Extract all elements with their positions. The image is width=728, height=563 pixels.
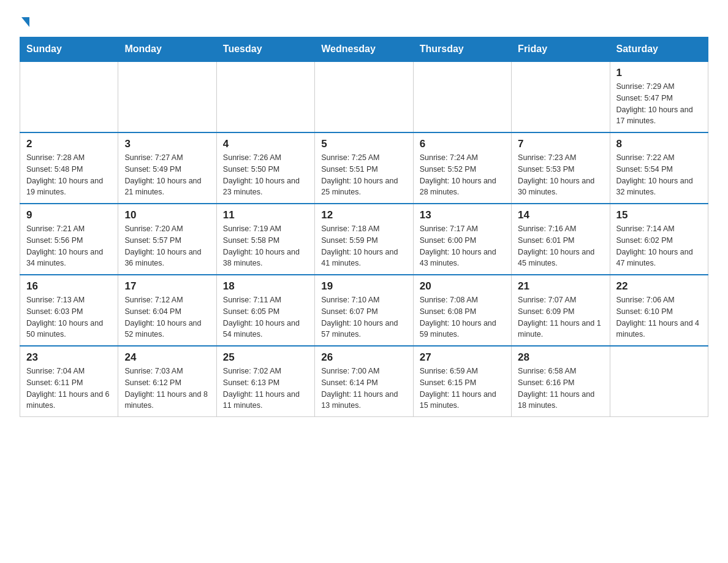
day-cell: 25Sunrise: 7:02 AMSunset: 6:13 PMDayligh… <box>216 346 314 417</box>
day-cell: 1Sunrise: 7:29 AMSunset: 5:47 PMDaylight… <box>610 61 708 132</box>
day-number: 13 <box>420 209 505 221</box>
day-cell: 7Sunrise: 7:23 AMSunset: 5:53 PMDaylight… <box>512 132 610 204</box>
day-info: Sunrise: 7:17 AMSunset: 6:00 PMDaylight:… <box>420 223 505 269</box>
day-cell: 15Sunrise: 7:14 AMSunset: 6:02 PMDayligh… <box>610 204 708 275</box>
day-cell: 8Sunrise: 7:22 AMSunset: 5:54 PMDaylight… <box>610 132 708 204</box>
day-number: 7 <box>518 138 603 150</box>
day-cell: 18Sunrise: 7:11 AMSunset: 6:05 PMDayligh… <box>216 275 314 346</box>
day-cell: 19Sunrise: 7:10 AMSunset: 6:07 PMDayligh… <box>315 275 413 346</box>
day-cell <box>315 61 413 132</box>
day-info: Sunrise: 7:08 AMSunset: 6:08 PMDaylight:… <box>420 294 505 340</box>
day-cell: 5Sunrise: 7:25 AMSunset: 5:51 PMDaylight… <box>315 132 413 204</box>
day-number: 15 <box>616 209 702 221</box>
day-info: Sunrise: 7:11 AMSunset: 6:05 PMDaylight:… <box>223 294 308 340</box>
day-info: Sunrise: 7:23 AMSunset: 5:53 PMDaylight:… <box>518 152 603 198</box>
day-cell: 12Sunrise: 7:18 AMSunset: 5:59 PMDayligh… <box>315 204 413 275</box>
day-number: 4 <box>223 138 308 150</box>
day-info: Sunrise: 7:07 AMSunset: 6:09 PMDaylight:… <box>518 294 603 340</box>
day-number: 9 <box>26 209 112 221</box>
day-number: 3 <box>124 138 210 150</box>
day-info: Sunrise: 7:10 AMSunset: 6:07 PMDaylight:… <box>321 294 406 340</box>
day-cell: 11Sunrise: 7:19 AMSunset: 5:58 PMDayligh… <box>216 204 314 275</box>
week-row-4: 16Sunrise: 7:13 AMSunset: 6:03 PMDayligh… <box>20 275 708 346</box>
calendar-header: SundayMondayTuesdayWednesdayThursdayFrid… <box>20 37 708 62</box>
weekday-header-saturday: Saturday <box>610 37 708 62</box>
day-info: Sunrise: 7:22 AMSunset: 5:54 PMDaylight:… <box>616 152 702 198</box>
day-number: 5 <box>321 138 406 150</box>
weekday-header-row: SundayMondayTuesdayWednesdayThursdayFrid… <box>20 37 708 62</box>
day-info: Sunrise: 7:00 AMSunset: 6:14 PMDaylight:… <box>321 366 406 412</box>
day-number: 10 <box>124 209 210 221</box>
weekday-header-monday: Monday <box>118 37 216 62</box>
day-number: 26 <box>321 351 406 364</box>
day-number: 18 <box>223 280 308 293</box>
day-number: 8 <box>616 138 702 150</box>
day-cell: 2Sunrise: 7:28 AMSunset: 5:48 PMDaylight… <box>20 132 118 204</box>
day-number: 22 <box>616 280 702 293</box>
calendar-table: SundayMondayTuesdayWednesdayThursdayFrid… <box>20 37 708 417</box>
day-info: Sunrise: 7:20 AMSunset: 5:57 PMDaylight:… <box>124 223 210 269</box>
week-row-1: 1Sunrise: 7:29 AMSunset: 5:47 PMDaylight… <box>20 61 708 132</box>
day-info: Sunrise: 6:59 AMSunset: 6:15 PMDaylight:… <box>420 366 505 412</box>
day-info: Sunrise: 7:25 AMSunset: 5:51 PMDaylight:… <box>321 152 406 198</box>
day-cell: 24Sunrise: 7:03 AMSunset: 6:12 PMDayligh… <box>118 346 216 417</box>
day-cell <box>512 61 610 132</box>
day-info: Sunrise: 7:18 AMSunset: 5:59 PMDaylight:… <box>321 223 406 269</box>
calendar-body: 1Sunrise: 7:29 AMSunset: 5:47 PMDaylight… <box>20 61 708 417</box>
day-info: Sunrise: 7:02 AMSunset: 6:13 PMDaylight:… <box>223 366 308 412</box>
day-info: Sunrise: 7:21 AMSunset: 5:56 PMDaylight:… <box>26 223 112 269</box>
day-cell <box>20 61 118 132</box>
day-cell: 23Sunrise: 7:04 AMSunset: 6:11 PMDayligh… <box>20 346 118 417</box>
week-row-2: 2Sunrise: 7:28 AMSunset: 5:48 PMDaylight… <box>20 132 708 204</box>
day-number: 19 <box>321 280 406 293</box>
day-info: Sunrise: 6:58 AMSunset: 6:16 PMDaylight:… <box>518 366 603 412</box>
logo <box>20 15 29 27</box>
day-number: 20 <box>420 280 505 293</box>
day-info: Sunrise: 7:29 AMSunset: 5:47 PMDaylight:… <box>616 81 702 127</box>
day-cell: 28Sunrise: 6:58 AMSunset: 6:16 PMDayligh… <box>512 346 610 417</box>
day-info: Sunrise: 7:04 AMSunset: 6:11 PMDaylight:… <box>26 366 112 412</box>
day-number: 11 <box>223 209 308 221</box>
day-cell <box>610 346 708 417</box>
weekday-header-sunday: Sunday <box>20 37 118 62</box>
day-cell <box>216 61 314 132</box>
day-cell: 16Sunrise: 7:13 AMSunset: 6:03 PMDayligh… <box>20 275 118 346</box>
day-number: 1 <box>616 67 702 79</box>
day-number: 16 <box>26 280 112 293</box>
day-info: Sunrise: 7:16 AMSunset: 6:01 PMDaylight:… <box>518 223 603 269</box>
day-cell: 27Sunrise: 6:59 AMSunset: 6:15 PMDayligh… <box>413 346 511 417</box>
day-cell: 17Sunrise: 7:12 AMSunset: 6:04 PMDayligh… <box>118 275 216 346</box>
page-header <box>20 15 708 27</box>
day-info: Sunrise: 7:06 AMSunset: 6:10 PMDaylight:… <box>616 294 702 340</box>
day-cell: 10Sunrise: 7:20 AMSunset: 5:57 PMDayligh… <box>118 204 216 275</box>
day-cell <box>118 61 216 132</box>
day-number: 17 <box>124 280 210 293</box>
day-number: 25 <box>223 351 308 364</box>
weekday-header-thursday: Thursday <box>413 37 511 62</box>
day-number: 6 <box>420 138 505 150</box>
weekday-header-tuesday: Tuesday <box>216 37 314 62</box>
day-cell: 21Sunrise: 7:07 AMSunset: 6:09 PMDayligh… <box>512 275 610 346</box>
day-cell: 6Sunrise: 7:24 AMSunset: 5:52 PMDaylight… <box>413 132 511 204</box>
day-cell: 14Sunrise: 7:16 AMSunset: 6:01 PMDayligh… <box>512 204 610 275</box>
day-cell: 3Sunrise: 7:27 AMSunset: 5:49 PMDaylight… <box>118 132 216 204</box>
day-info: Sunrise: 7:26 AMSunset: 5:50 PMDaylight:… <box>223 152 308 198</box>
weekday-header-wednesday: Wednesday <box>315 37 413 62</box>
week-row-5: 23Sunrise: 7:04 AMSunset: 6:11 PMDayligh… <box>20 346 708 417</box>
day-info: Sunrise: 7:19 AMSunset: 5:58 PMDaylight:… <box>223 223 308 269</box>
day-cell: 26Sunrise: 7:00 AMSunset: 6:14 PMDayligh… <box>315 346 413 417</box>
logo-arrow-icon <box>21 17 29 27</box>
day-number: 12 <box>321 209 406 221</box>
day-info: Sunrise: 7:03 AMSunset: 6:12 PMDaylight:… <box>124 366 210 412</box>
day-cell <box>413 61 511 132</box>
day-number: 21 <box>518 280 603 293</box>
day-number: 14 <box>518 209 603 221</box>
day-cell: 20Sunrise: 7:08 AMSunset: 6:08 PMDayligh… <box>413 275 511 346</box>
day-number: 27 <box>420 351 505 364</box>
day-cell: 4Sunrise: 7:26 AMSunset: 5:50 PMDaylight… <box>216 132 314 204</box>
day-number: 2 <box>26 138 112 150</box>
day-info: Sunrise: 7:28 AMSunset: 5:48 PMDaylight:… <box>26 152 112 198</box>
day-cell: 9Sunrise: 7:21 AMSunset: 5:56 PMDaylight… <box>20 204 118 275</box>
day-number: 23 <box>26 351 112 364</box>
day-cell: 13Sunrise: 7:17 AMSunset: 6:00 PMDayligh… <box>413 204 511 275</box>
